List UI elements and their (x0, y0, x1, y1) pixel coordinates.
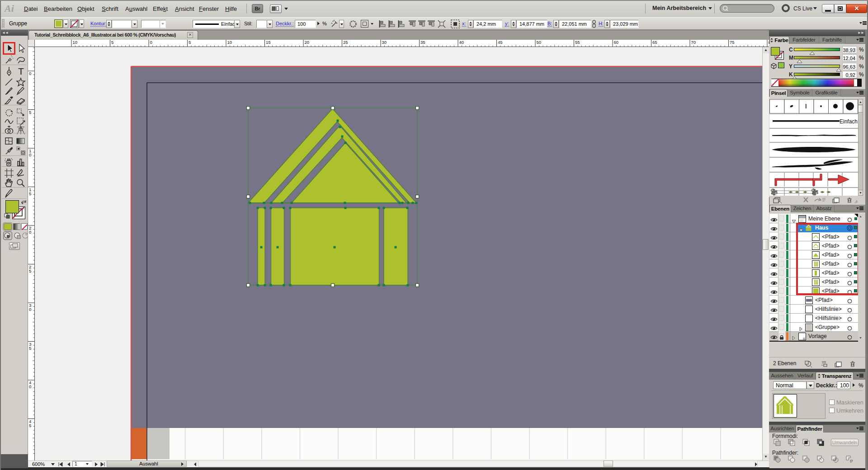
svg-text:Einfach: Einfach (840, 118, 858, 125)
svg-text:0: 0 (29, 384, 31, 389)
svg-text:5: 5 (189, 40, 191, 45)
svg-text:0: 0 (150, 40, 152, 45)
svg-text:40: 40 (459, 40, 464, 45)
svg-text:5: 5 (111, 40, 113, 45)
svg-text:5: 5 (29, 346, 31, 351)
svg-text:15: 15 (266, 40, 271, 45)
svg-text:5: 5 (29, 268, 31, 273)
svg-text:5: 5 (29, 423, 31, 428)
svg-text:0: 0 (29, 307, 31, 312)
svg-text:50: 50 (537, 40, 542, 45)
svg-text:5: 5 (29, 191, 31, 196)
svg-text:70: 70 (691, 40, 696, 45)
svg-text:30: 30 (382, 40, 387, 45)
svg-text:45: 45 (498, 40, 503, 45)
svg-text:T: T (18, 66, 24, 76)
svg-text:75: 75 (730, 40, 735, 45)
svg-text:5: 5 (29, 110, 31, 115)
svg-text:10: 10 (73, 40, 78, 45)
svg-text:0: 0 (29, 230, 31, 235)
svg-text:65: 65 (652, 40, 657, 45)
svg-text:20: 20 (305, 40, 310, 45)
svg-text:10: 10 (227, 40, 232, 45)
svg-text:55: 55 (575, 40, 580, 45)
svg-text:0: 0 (29, 71, 31, 76)
svg-text:0: 0 (29, 152, 31, 157)
svg-text:35: 35 (420, 40, 425, 45)
svg-text:60: 60 (614, 40, 619, 45)
svg-text:25: 25 (343, 40, 348, 45)
